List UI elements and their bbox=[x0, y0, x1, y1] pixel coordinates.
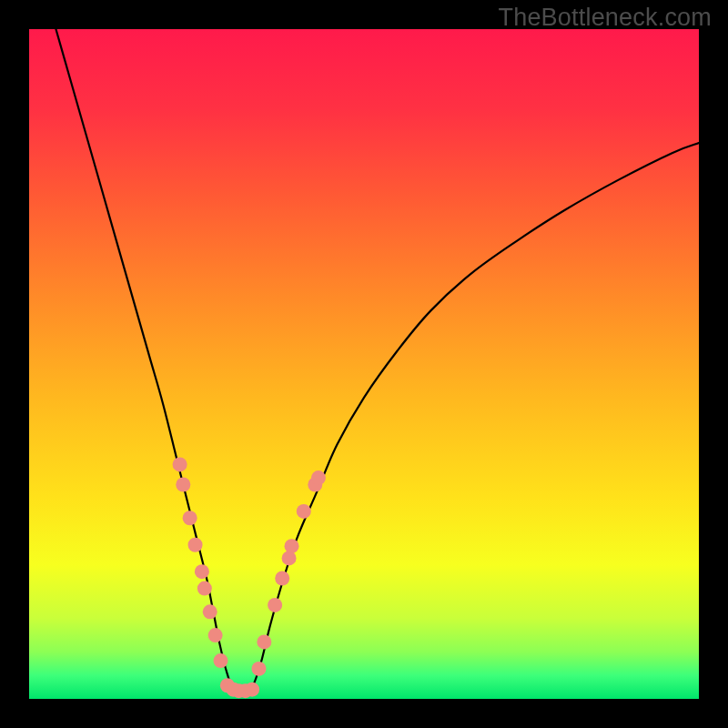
marker-dot bbox=[203, 604, 217, 619]
marker-dot bbox=[176, 477, 190, 491]
chart-frame: TheBottleneck.com bbox=[0, 0, 728, 728]
marker-dot bbox=[311, 470, 326, 485]
marker-dot bbox=[257, 634, 271, 649]
gradient-background bbox=[29, 29, 699, 699]
marker-dot bbox=[195, 564, 209, 579]
marker-dot bbox=[285, 539, 299, 553]
marker-dot bbox=[208, 628, 223, 642]
marker-dot bbox=[282, 551, 297, 565]
chart-svg bbox=[29, 29, 699, 699]
marker-dot bbox=[213, 653, 228, 668]
marker-dot bbox=[268, 598, 282, 612]
watermark-text: TheBottleneck.com bbox=[498, 4, 712, 32]
marker-dot bbox=[275, 571, 289, 586]
marker-dot bbox=[197, 581, 212, 596]
marker-dot bbox=[188, 538, 203, 552]
marker-dot bbox=[183, 511, 197, 525]
marker-dot bbox=[245, 682, 259, 697]
marker-dot bbox=[251, 662, 266, 676]
plot-area bbox=[29, 29, 699, 699]
marker-dot bbox=[173, 457, 187, 471]
marker-dot bbox=[297, 504, 311, 519]
